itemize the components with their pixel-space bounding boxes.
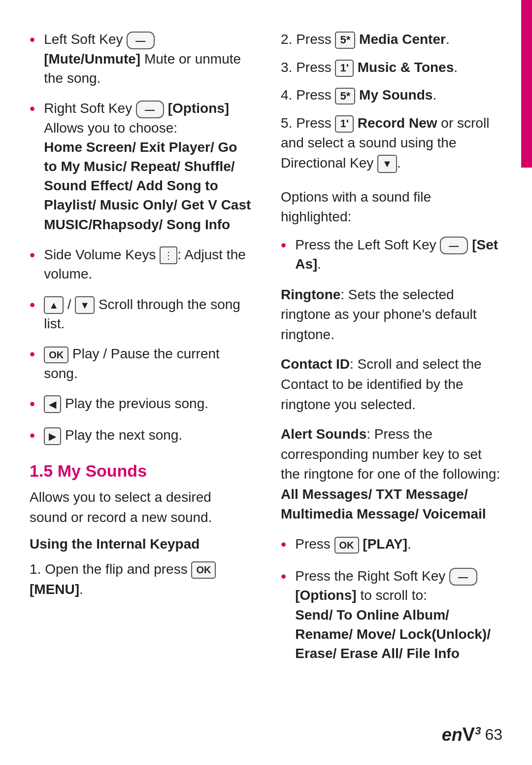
list-item: • ◀ Play the previous song.: [30, 394, 251, 415]
down-arrow-icon: ▼: [75, 296, 95, 314]
page-number: 63: [485, 726, 502, 744]
alert-sounds-label: Alert Sounds: [281, 426, 366, 442]
bullet-dot: •: [30, 98, 35, 120]
options-list: Home Screen/ Exit Player/ Go to My Music…: [44, 139, 251, 232]
my-sounds-label: My Sounds: [359, 87, 432, 103]
set-as-label: [Set As]: [295, 237, 498, 272]
music-tones-label: Music & Tones: [358, 60, 454, 75]
right-soft-options-item: Press the Right Soft Key — [Options] to …: [295, 566, 502, 663]
ok-key-play-icon: ok: [334, 537, 359, 554]
bullet-dot: •: [30, 294, 35, 316]
bullet-dot: •: [30, 29, 35, 51]
prev-song-item: ◀ Play the previous song.: [44, 394, 251, 414]
list-item: • Press ok [PLAY].: [281, 534, 502, 556]
directional-key-icon: ▼: [377, 155, 397, 173]
brand-logo: enV3: [442, 724, 481, 745]
scroll-arrows-item: ▲ / ▼ Scroll through the song list.: [44, 295, 251, 334]
media-center-label: Media Center: [359, 32, 446, 47]
two-column-layout: • Left Soft Key — [Mute/Unmute] Mute or …: [30, 30, 502, 674]
bullet-dot: •: [281, 234, 286, 256]
list-item: Ringtone: Sets the selected ringtone as …: [281, 285, 502, 345]
bullet-dot: •: [281, 533, 286, 556]
list-item: • ok Play / Pause the current song.: [30, 344, 251, 382]
next-song-item: ▶ Play the next song.: [44, 425, 251, 445]
options-label: [Options]: [168, 101, 229, 116]
next-song-icon: ▶: [44, 427, 61, 445]
key-1prime-icon: 1': [335, 60, 353, 77]
contact-id-label: Contact ID: [281, 356, 350, 372]
ok-key-menu-icon: ok: [191, 561, 216, 579]
brand-superscript: 3: [475, 725, 481, 737]
right-column: 2. Press 5* Media Center. 3. Press 1' Mu…: [281, 30, 502, 674]
bullet-dot: •: [30, 343, 35, 365]
left-bullet-list: • Left Soft Key — [Mute/Unmute] Mute or …: [30, 30, 251, 447]
step-3: 3. Press 1' Music & Tones.: [281, 58, 502, 78]
list-item: • Side Volume Keys ⋮: Adjust the volume.: [30, 245, 251, 284]
list-item: • Press the Left Soft Key — [Set As].: [281, 235, 502, 274]
right-soft-key-2-icon: —: [449, 568, 477, 586]
play-item: Press ok [PLAY].: [295, 534, 502, 554]
up-arrow-icon: ▲: [44, 296, 64, 314]
right-soft-key-item: Right Soft Key — [Options] Allows you to…: [44, 99, 251, 234]
key-5star-2-icon: 5*: [335, 88, 355, 105]
step-5: 5. Press 1' Record New or scroll and sel…: [281, 113, 502, 174]
my-sounds-intro: Allows you to select a desired sound or …: [30, 487, 251, 527]
footer: enV3 63: [442, 724, 502, 745]
menu-label: [MENU]: [30, 582, 79, 597]
list-item: • ▶ Play the next song.: [30, 425, 251, 447]
ringtone-label: Ringtone: [281, 287, 340, 302]
list-item: • Right Soft Key — [Options] Allows you …: [30, 99, 251, 234]
list-item: Contact ID: Scroll and select the Contac…: [281, 354, 502, 415]
list-item: • Press the Right Soft Key — [Options] t…: [281, 566, 502, 663]
key-1prime-2-icon: 1': [335, 115, 353, 133]
right-bar-decoration: [521, 0, 532, 168]
left-column: • Left Soft Key — [Mute/Unmute] Mute or …: [30, 30, 261, 674]
left-soft-key-icon: —: [127, 32, 155, 49]
section-heading-my-sounds: 1.5 My Sounds: [30, 461, 251, 481]
list-item: • Left Soft Key — [Mute/Unmute] Mute or …: [30, 30, 251, 88]
options-label-2: [Options]: [295, 588, 356, 603]
list-item: Alert Sounds: Press the corresponding nu…: [281, 424, 502, 524]
options-bullet-list: • Press the Left Soft Key — [Set As].: [281, 235, 502, 274]
key-5star-icon: 5*: [335, 32, 355, 49]
bullet-dot: •: [30, 393, 35, 415]
left-soft-key-2-icon: —: [440, 237, 468, 254]
record-new-label: Record New: [358, 115, 437, 131]
mute-label: [Mute/Unmute]: [44, 51, 140, 67]
bullet-dot: •: [30, 244, 35, 266]
step-4: 4. Press 5* My Sounds.: [281, 85, 502, 105]
side-volume-item: Side Volume Keys ⋮: Adjust the volume.: [44, 245, 251, 284]
subheading-internal-keypad: Using the Internal Keypad: [30, 534, 251, 555]
bullet-dot: •: [30, 424, 35, 447]
left-soft-key-label: [Mute/Unmute] Mute or unmute the song.: [44, 51, 241, 86]
left-soft-key-item: Left Soft Key — [Mute/Unmute] Mute or un…: [44, 30, 251, 88]
options-list-2: Send/ To Online Album/ Rename/ Move/ Loc…: [295, 607, 491, 661]
bullet-dot: •: [281, 565, 286, 588]
options-intro: Options with a sound file highlighted:: [281, 187, 502, 227]
ok-key-icon: ok: [44, 347, 68, 363]
page-container: • Left Soft Key — [Mute/Unmute] Mute or …: [0, 0, 532, 765]
footer-bullet-list: • Press ok [PLAY]. • Press the Right Sof…: [281, 534, 502, 663]
step-2: 2. Press 5* Media Center.: [281, 30, 502, 50]
set-as-item: Press the Left Soft Key — [Set As].: [295, 235, 502, 274]
ok-play-item: ok Play / Pause the current song.: [44, 344, 251, 382]
prev-song-icon: ◀: [44, 395, 61, 413]
numbered-options-list: Ringtone: Sets the selected ringtone as …: [281, 285, 502, 525]
alert-sounds-options: All Messages/ TXT Message/ Multimedia Me…: [281, 487, 486, 522]
step-1: 1. Open the flip and press ok [MENU].: [30, 559, 251, 599]
right-soft-key-icon: —: [136, 101, 164, 118]
side-volume-icon: ⋮: [160, 246, 177, 264]
play-label: [PLAY]: [363, 536, 407, 552]
list-item: • ▲ / ▼ Scroll through the song list.: [30, 295, 251, 334]
